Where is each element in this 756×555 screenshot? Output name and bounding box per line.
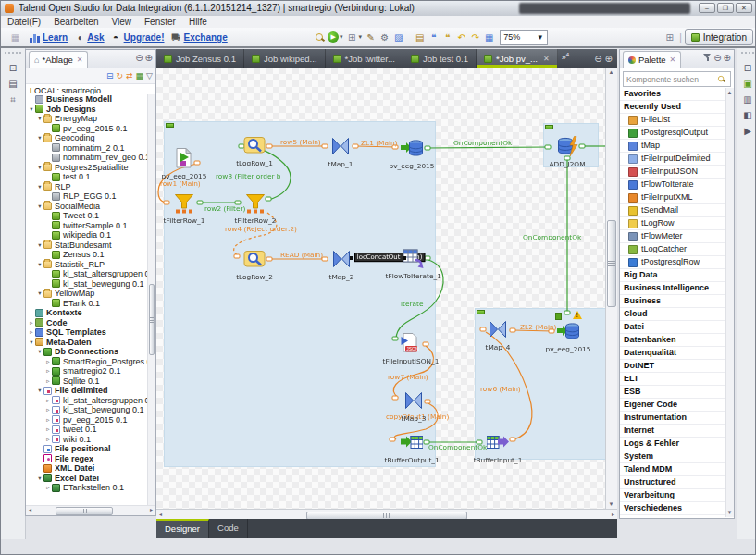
- maximize-view-icon[interactable]: ⊕: [724, 53, 731, 63]
- palette-category-talend-mdm[interactable]: Talend MDM: [620, 463, 726, 476]
- palette-category-big-data[interactable]: Big Data: [620, 269, 726, 282]
- editor-tab-5[interactable]: *Job pv_...✕: [477, 49, 558, 68]
- component-pv_eeg_2015_out2[interactable]: pv_eeg_2015: [539, 320, 598, 353]
- minimize-view-icon[interactable]: ⊖: [594, 54, 601, 64]
- collapse-all-icon[interactable]: ⊟: [106, 69, 114, 82]
- strip-handle[interactable]: [741, 52, 754, 59]
- import-items-icon[interactable]: ▤: [414, 31, 426, 43]
- scrollbar-thumb[interactable]: [149, 284, 155, 355]
- expander-closed-icon[interactable]: ▹: [44, 484, 52, 491]
- add-connection-icon[interactable]: ▦: [136, 69, 144, 82]
- palette-category-dotnet[interactable]: DotNET: [620, 360, 726, 373]
- palette-category-verschiedenes[interactable]: Verschiedenes: [620, 502, 726, 515]
- link-label[interactable]: OnComponentOk: [453, 140, 512, 147]
- tree-item-kontexte[interactable]: Kontexte: [26, 308, 148, 318]
- palette-category-unstructured[interactable]: Unstructured: [620, 476, 726, 489]
- selection-handle[interactable]: [350, 256, 353, 260]
- tab-designer[interactable]: Designer: [156, 519, 209, 538]
- palette-category-business[interactable]: Business: [620, 295, 726, 308]
- tree-item-excel-datei[interactable]: ▾Excel Datei: [26, 474, 148, 484]
- component-tFilterRow_2[interactable]: tFilterRow_2: [226, 191, 285, 225]
- canvas-vertical-scrollbar[interactable]: ▲ ▼: [605, 68, 617, 509]
- link-label[interactable]: OnComponentOk: [523, 234, 581, 241]
- palette-category-cloud[interactable]: Cloud: [620, 308, 726, 321]
- component-tFilterRow_1[interactable]: tFilterRow_1: [156, 191, 214, 225]
- link-label[interactable]: iterate: [401, 301, 423, 308]
- support-bubble-icon[interactable]: ❝: [441, 31, 453, 43]
- tab-code[interactable]: Code: [209, 519, 248, 538]
- component-tFileInputJSON_1[interactable]: JSONtFileInputJSON_1: [380, 332, 440, 365]
- upgrade-link[interactable]: Upgrade!: [124, 32, 165, 43]
- tree-item-file-delimited[interactable]: ▾File delimited: [26, 386, 148, 396]
- palette-scrollbar[interactable]: ▲ ▼: [725, 88, 734, 517]
- component-tMap_1[interactable]: tMap_1: [311, 135, 370, 168]
- palette-category-xml[interactable]: XML: [620, 515, 726, 517]
- tree-item-yellowmap[interactable]: ▾YellowMap: [26, 289, 148, 299]
- tab-palette[interactable]: Palette ✕: [623, 51, 681, 68]
- expander-closed-icon[interactable]: ▹: [44, 397, 52, 404]
- palette-item-tfileinputdelimited[interactable]: tFileInputDelimited: [620, 153, 726, 166]
- minimize-view-icon[interactable]: ⊖: [135, 53, 143, 63]
- component-tLogRow_2[interactable]: tLogRow_2: [225, 248, 284, 281]
- save-icon[interactable]: ▦: [9, 31, 21, 43]
- tree-item-file-positional[interactable]: File positional: [26, 444, 148, 454]
- tree-item-tweet-0-1[interactable]: Tweet 0.1: [26, 211, 148, 221]
- component-ADD_J2OM[interactable]: ADD_J2OM: [538, 135, 597, 168]
- maximize-view-icon[interactable]: ⊕: [145, 53, 153, 63]
- outline-view-icon[interactable]: ▤: [6, 78, 20, 91]
- link-label[interactable]: row1 (Main): [160, 180, 201, 188]
- palette-item-tflowmeter[interactable]: tFlowMeter: [620, 230, 726, 243]
- expander-open-icon[interactable]: ▾: [36, 183, 43, 191]
- menu-hilfe[interactable]: Hilfe: [182, 16, 214, 28]
- palette-item-tmap[interactable]: tMap: [620, 140, 726, 153]
- palette-item-tfileinputxml[interactable]: tFileInputXML: [620, 191, 726, 204]
- perspective-button-integration[interactable]: Integration: [685, 29, 753, 45]
- redo-icon[interactable]: ↷: [469, 31, 481, 43]
- expander-closed-icon[interactable]: ▹: [44, 406, 52, 413]
- undo-icon[interactable]: ↶: [455, 31, 467, 43]
- tree-item-smartregio2-0-1[interactable]: ▹smartregio2 0.1: [26, 366, 148, 376]
- maximize-view-icon[interactable]: ⊕: [605, 54, 613, 64]
- tree-item-statistik-rlp[interactable]: ▾Statistik_RLP: [26, 260, 148, 270]
- editor-tab-4[interactable]: Job test 0.1: [403, 49, 477, 68]
- palette-category-datei[interactable]: Datei: [620, 321, 726, 334]
- palette-category-verarbeitung[interactable]: Verarbeitung: [620, 489, 726, 502]
- tree-item-zensus-0-1[interactable]: Zensus 0.1: [26, 250, 148, 260]
- scroll-up-icon[interactable]: ▲: [606, 68, 616, 77]
- palette-view-icon[interactable]: ◧: [740, 109, 755, 122]
- palette-item-tflowtoiterate[interactable]: tFlowToIterate: [620, 179, 726, 191]
- tree-item-energymap[interactable]: ▾EnergyMap: [26, 114, 148, 124]
- contexts-view-icon[interactable]: ▥: [740, 93, 755, 106]
- component-tMap_4[interactable]: tMap_4: [468, 318, 527, 352]
- tree-item-db-connections[interactable]: ▾Db Connections: [26, 347, 148, 357]
- link-label[interactable]: row6 (Main): [480, 386, 521, 393]
- expander-open-icon[interactable]: ▾: [36, 261, 43, 268]
- tree-item-geocoding[interactable]: ▾Geocoding: [26, 133, 148, 143]
- menu-dateif[interactable]: Datei(F): [1, 16, 47, 28]
- tree-item-tweet-0-1[interactable]: ▹tweet 0.1: [26, 425, 148, 435]
- filter-funnel-icon[interactable]: [703, 53, 712, 61]
- zoom-select[interactable]: 75% ▾: [500, 30, 548, 45]
- palette-category-elt[interactable]: ELT: [620, 373, 726, 386]
- palette-item-tpostgresqloutput[interactable]: tPostgresqlOutput: [620, 127, 726, 140]
- component-tBufferOutput_1[interactable]: tBufferOutput_1: [382, 431, 441, 464]
- palette-item-tlogrow[interactable]: tLogRow: [620, 217, 726, 230]
- menu-view[interactable]: View: [105, 16, 139, 28]
- connection-icon[interactable]: ⊞: [346, 31, 358, 43]
- import-export-icon[interactable]: ⇄: [126, 69, 133, 82]
- palette-category-internet[interactable]: Internet: [620, 425, 726, 438]
- scroll-right-icon[interactable]: ▸: [147, 506, 155, 514]
- link-label[interactable]: row4 (Reject order:2): [225, 226, 297, 233]
- job-view-icon[interactable]: ▣: [740, 78, 755, 91]
- expander-open-icon[interactable]: ▾: [36, 164, 43, 171]
- component-tBufferInput_1[interactable]: tBufferInput_1: [468, 431, 527, 464]
- menu-fenster[interactable]: Fenster: [138, 16, 182, 28]
- editor-tab-3[interactable]: *Job twitter...: [326, 49, 403, 68]
- expander-open-icon[interactable]: ▾: [36, 203, 43, 210]
- expander-closed-icon[interactable]: ▹: [28, 319, 35, 327]
- palette-category-logs-fehler[interactable]: Logs & Fehler: [620, 438, 726, 450]
- tree-item-job-designs[interactable]: ▾Job Designs: [26, 105, 148, 115]
- expander-open-icon[interactable]: ▾: [28, 339, 35, 346]
- tree-item-postgres2spatiallite[interactable]: ▾Postgres2Spatiallite: [26, 163, 148, 173]
- palette-category-esb[interactable]: ESB: [620, 386, 726, 399]
